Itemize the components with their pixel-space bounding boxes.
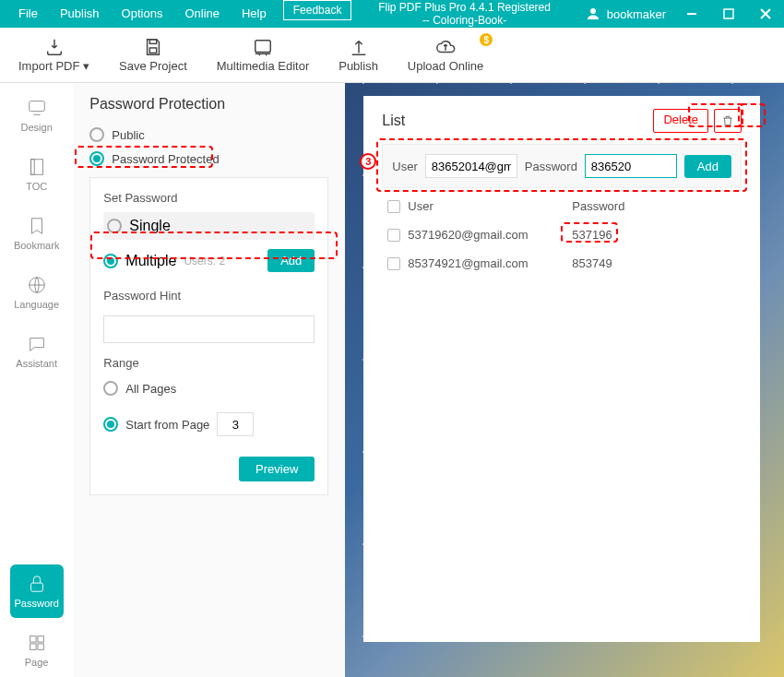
table-header: User Password bbox=[382, 188, 742, 220]
table-row[interactable]: 53719620@gmail.com 537196 bbox=[382, 220, 742, 249]
user-area[interactable]: bookmaker bbox=[577, 6, 673, 22]
sidebar-item-design[interactable]: Design bbox=[10, 89, 64, 142]
preview-button[interactable]: Preview bbox=[239, 457, 315, 481]
radio-icon bbox=[107, 219, 122, 233]
toolbar-upload-label: Upload Online bbox=[408, 59, 483, 73]
password-label: Password bbox=[525, 160, 577, 173]
grid-icon bbox=[27, 633, 47, 653]
svg-rect-10 bbox=[30, 160, 34, 175]
svg-rect-16 bbox=[38, 644, 43, 649]
hint-input[interactable] bbox=[103, 315, 315, 343]
radio-start-from[interactable]: Start from Page bbox=[103, 409, 315, 440]
cell-password: 853749 bbox=[572, 256, 736, 270]
svg-point-0 bbox=[590, 8, 596, 14]
hint-label: Password Hint bbox=[103, 289, 315, 303]
svg-rect-13 bbox=[30, 636, 35, 642]
radio-password-protected[interactable]: Password Protected bbox=[89, 148, 328, 170]
menu-publish[interactable]: Publish bbox=[49, 0, 111, 28]
feedback-button[interactable]: Feedback bbox=[283, 0, 352, 20]
toolbar-save-label: Save Project bbox=[119, 59, 187, 73]
new-password-input[interactable] bbox=[585, 154, 677, 178]
window-close[interactable] bbox=[747, 0, 784, 28]
svg-rect-9 bbox=[30, 160, 42, 175]
sidebar-item-toc[interactable]: TOC bbox=[10, 148, 64, 201]
svg-rect-7 bbox=[255, 41, 271, 53]
radio-icon bbox=[103, 254, 118, 268]
app-title: Flip PDF Plus Pro 4.4.1 Registered -- Co… bbox=[351, 0, 576, 29]
radio-all-pages[interactable]: All Pages bbox=[103, 377, 315, 399]
chat-icon bbox=[27, 334, 47, 354]
start-page-input[interactable] bbox=[217, 412, 254, 436]
set-password-label: Set Password bbox=[103, 191, 315, 205]
list-heading: List bbox=[382, 113, 405, 129]
radio-icon bbox=[89, 151, 104, 166]
checkbox[interactable] bbox=[387, 229, 400, 242]
user-name: bookmaker bbox=[607, 7, 666, 21]
cell-password: 537196 bbox=[572, 228, 736, 242]
sidebar-item-language[interactable]: Language bbox=[10, 266, 64, 319]
delete-trash-button[interactable] bbox=[714, 109, 742, 133]
svg-rect-8 bbox=[29, 101, 44, 112]
toolbar-publish[interactable]: Publish bbox=[339, 37, 378, 73]
delete-button[interactable]: Delete bbox=[653, 109, 708, 133]
toolbar-publish-label: Publish bbox=[339, 59, 378, 73]
svg-rect-12 bbox=[30, 583, 42, 591]
add-user-button[interactable]: Add bbox=[267, 249, 315, 272]
radio-icon bbox=[103, 417, 118, 432]
sidebar-item-page[interactable]: Page bbox=[10, 624, 64, 677]
menu-options[interactable]: Options bbox=[111, 0, 174, 28]
password-settings-box: Set Password Single Multiple Users: 2 Ad… bbox=[89, 177, 328, 495]
trash-icon bbox=[721, 114, 734, 127]
table-row[interactable]: 85374921@gmail.com 853749 bbox=[382, 249, 742, 278]
titlebar: File Publish Options Online Help Feedbac… bbox=[0, 0, 784, 28]
bookmark-icon bbox=[27, 216, 47, 236]
add-button[interactable]: Add bbox=[684, 155, 731, 178]
toolbar-multimedia-editor[interactable]: Multimedia Editor bbox=[217, 37, 309, 73]
toc-icon bbox=[27, 157, 47, 177]
toolbar-import-pdf[interactable]: Import PDF ▾ bbox=[18, 37, 89, 73]
sidebar-item-password[interactable]: Password bbox=[10, 564, 64, 618]
radio-icon bbox=[89, 127, 104, 142]
toolbar-save-project[interactable]: Save Project bbox=[119, 37, 187, 73]
user-list-panel: List Delete User Password Add bbox=[345, 83, 784, 677]
password-panel: Password Protection Public Password Prot… bbox=[73, 83, 345, 677]
user-label: User bbox=[392, 160, 417, 173]
radio-single[interactable]: Single bbox=[103, 212, 315, 240]
toolbar-media-label: Multimedia Editor bbox=[217, 59, 309, 73]
svg-rect-6 bbox=[149, 48, 156, 53]
new-user-input[interactable] bbox=[425, 154, 517, 178]
svg-rect-14 bbox=[38, 636, 43, 642]
add-user-row: User Password Add bbox=[382, 144, 742, 188]
radio-multiple[interactable]: Multiple Users: 2 Add bbox=[103, 245, 315, 276]
window-minimize[interactable] bbox=[673, 0, 710, 28]
svg-rect-2 bbox=[724, 9, 733, 18]
user-icon bbox=[585, 6, 601, 22]
monitor-icon bbox=[27, 98, 47, 118]
radio-icon bbox=[103, 381, 118, 396]
globe-icon bbox=[27, 275, 47, 295]
radio-public[interactable]: Public bbox=[89, 124, 328, 146]
sidebar-item-bookmark[interactable]: Bookmark bbox=[10, 207, 64, 260]
annotation-3: 3 bbox=[360, 153, 376, 170]
sidebar-item-assistant[interactable]: Assistant bbox=[10, 325, 64, 378]
menu-online[interactable]: Online bbox=[173, 0, 231, 28]
panel-heading: Password Protection bbox=[89, 96, 328, 113]
sidebar: Design TOC Bookmark Language Assistant P… bbox=[0, 83, 73, 677]
paid-badge-icon: $ bbox=[480, 33, 493, 46]
menu-help[interactable]: Help bbox=[231, 0, 278, 28]
users-count: Users: 2 bbox=[184, 255, 260, 267]
toolbar-upload-online[interactable]: $ Upload Online bbox=[408, 37, 483, 73]
window-maximize[interactable] bbox=[710, 0, 747, 28]
svg-rect-5 bbox=[149, 40, 156, 44]
menu-file[interactable]: File bbox=[7, 0, 49, 28]
lock-icon bbox=[27, 574, 47, 594]
toolbar-import-label: Import PDF ▾ bbox=[18, 59, 89, 73]
cell-user: 53719620@gmail.com bbox=[408, 228, 528, 242]
cell-user: 85374921@gmail.com bbox=[408, 256, 528, 270]
svg-rect-15 bbox=[30, 644, 35, 649]
range-label: Range bbox=[103, 356, 315, 370]
checkbox-all[interactable] bbox=[387, 200, 400, 213]
checkbox[interactable] bbox=[387, 257, 400, 270]
toolbar: Import PDF ▾ Save Project Multimedia Edi… bbox=[0, 28, 784, 83]
